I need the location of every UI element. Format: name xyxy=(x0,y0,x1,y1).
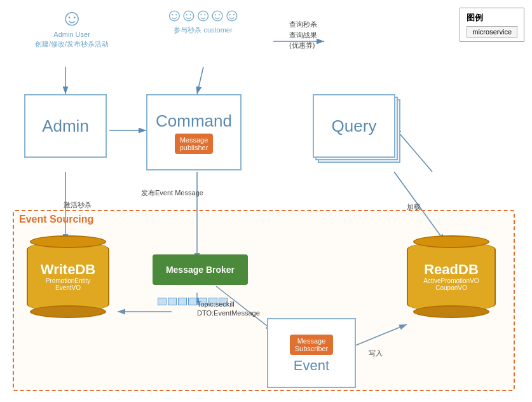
legend-box: 图例 microservice xyxy=(460,8,524,42)
customer-icon-5: ☺ xyxy=(222,5,241,25)
diagram: 图例 microservice ☺ Admin User 创建/修改/发布秒杀活… xyxy=(0,0,532,402)
command-box-title: Command xyxy=(156,111,232,131)
legend-item: microservice xyxy=(467,26,517,38)
read-db-sub1: ActivePromotionVO xyxy=(423,277,479,284)
queue-cell xyxy=(178,298,187,305)
admin-box: Admin xyxy=(24,94,107,158)
read-db-body: ReadDB ActivePromotionVO CouponVO xyxy=(407,242,496,312)
svg-line-4 xyxy=(197,67,203,94)
load-text: 加载 xyxy=(407,202,421,212)
write-db-body: WriteDB PromotionEntity EventVO xyxy=(27,242,109,312)
queue-cell xyxy=(188,298,197,305)
write-db-top xyxy=(30,235,106,248)
admin-user: ☺ Admin User 创建/修改/发布秒杀活动 xyxy=(35,6,109,49)
queue-cell xyxy=(158,298,167,305)
publish-event-text: 发布Event Message xyxy=(141,188,203,198)
event-title: Event xyxy=(294,357,329,374)
read-db-top xyxy=(413,235,489,248)
write-db: WriteDB PromotionEntity EventVO xyxy=(27,235,109,318)
queue-label1: Topic:seckill xyxy=(197,300,235,308)
write-db-title: WriteDB xyxy=(41,262,95,277)
admin-label2: 创建/修改/发布秒杀活动 xyxy=(35,39,109,49)
read-db-title: ReadDB xyxy=(424,262,479,277)
customer-query-text: 查询秒杀 查询战果 (优惠券) xyxy=(289,19,317,51)
event-sourcing-label: Event Sourcing xyxy=(19,214,93,225)
admin-label1: Admin User xyxy=(35,31,109,38)
admin-box-title: Admin xyxy=(42,116,89,136)
read-db-sub2: CouponVO xyxy=(435,284,467,291)
activate-text: 激活秒杀 xyxy=(64,200,92,210)
subscriber-badge: Message Subscriber xyxy=(290,335,334,355)
query-front-box: Query xyxy=(313,94,395,158)
legend-title: 图例 xyxy=(467,12,517,24)
write-db-bottom xyxy=(30,305,106,318)
customer-label: 参与秒杀 customer xyxy=(165,25,241,35)
command-box: Command Message publisher xyxy=(146,94,242,170)
write-text: 写入 xyxy=(369,349,383,358)
write-db-sub1: PromotionEntity xyxy=(46,277,91,284)
customer-users: ☺ ☺ ☺ ☺ ☺ 参与秒杀 customer xyxy=(165,5,241,35)
read-db: ReadDB ActivePromotionVO CouponVO xyxy=(407,235,496,318)
event-box: Message Subscriber Event xyxy=(267,318,356,388)
read-db-bottom xyxy=(413,305,489,318)
queue-label2: DTO:EventMessage xyxy=(197,309,260,317)
message-broker: Message Broker xyxy=(153,254,248,285)
admin-face-icon: ☺ xyxy=(35,6,109,29)
write-db-sub2: EventVO xyxy=(55,284,81,291)
publisher-badge: Message publisher xyxy=(175,134,214,154)
queue-cell xyxy=(168,298,177,305)
